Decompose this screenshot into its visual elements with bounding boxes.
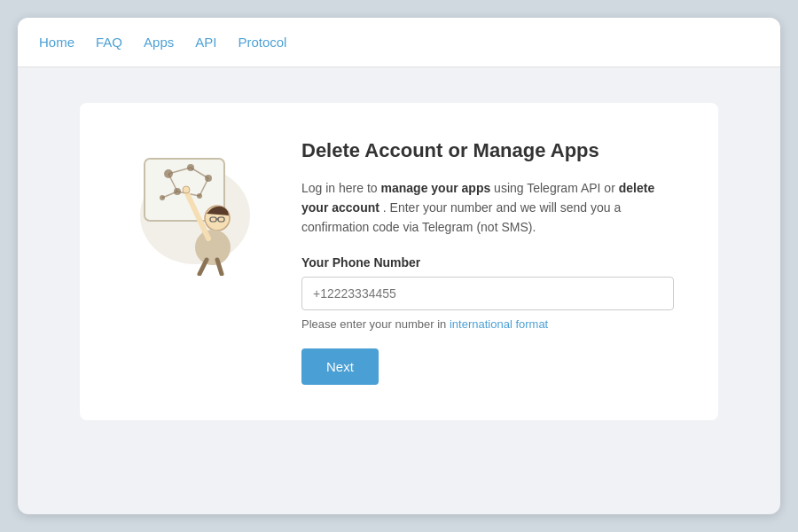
form-description: Log in here to manage your apps using Te… (301, 178, 674, 238)
desc-part2: using Telegram API or (494, 181, 619, 195)
nav-api[interactable]: API (195, 35, 216, 50)
hint-prefix: Please enter your number in (301, 317, 450, 331)
svg-point-20 (183, 186, 190, 193)
desc-part1: Log in here to (301, 181, 381, 195)
phone-label: Your Phone Number (301, 255, 674, 270)
phone-input[interactable] (301, 277, 674, 310)
international-format-link[interactable]: international format (450, 317, 548, 331)
next-button[interactable]: Next (301, 348, 379, 385)
illustration (124, 138, 266, 280)
hint-text: Please enter your number in internationa… (301, 317, 674, 331)
form-title: Delete Account or Manage Apps (301, 138, 674, 164)
nav-protocol[interactable]: Protocol (238, 35, 286, 50)
form-section: Delete Account or Manage Apps Log in her… (301, 138, 674, 385)
nav-home[interactable]: Home (39, 35, 74, 50)
main-content: Delete Account or Manage Apps Log in her… (18, 67, 780, 514)
desc-bold1: manage your apps (381, 181, 491, 195)
nav-apps[interactable]: Apps (144, 35, 174, 50)
navbar: Home FAQ Apps API Protocol (18, 18, 780, 67)
svg-point-18 (195, 230, 231, 265)
inner-card: Delete Account or Manage Apps Log in her… (80, 103, 718, 420)
outer-card: Home FAQ Apps API Protocol (18, 18, 780, 514)
nav-faq[interactable]: FAQ (96, 35, 122, 50)
